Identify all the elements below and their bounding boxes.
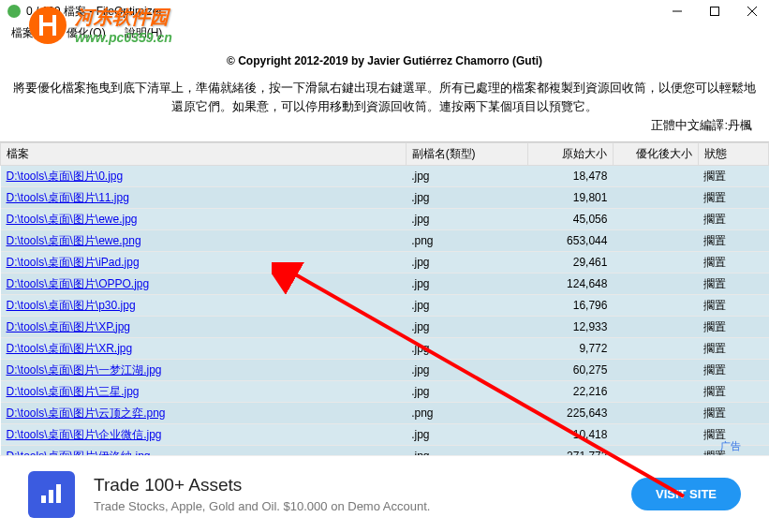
- cell-ext: .jpg: [406, 295, 528, 317]
- cell-optimized: [613, 424, 698, 446]
- cell-status: 擱置: [698, 252, 768, 273]
- cell-optimized: [613, 273, 698, 295]
- table-row[interactable]: D:\tools\桌面\图片\ewe.png.png653,044擱置: [1, 230, 769, 252]
- file-link[interactable]: D:\tools\桌面\图片\三星.jpg: [7, 385, 140, 398]
- cell-ext: .jpg: [406, 317, 528, 338]
- file-link[interactable]: D:\tools\桌面\图片\XP.jpg: [7, 320, 131, 333]
- cell-original: 18,478: [528, 166, 614, 187]
- file-link[interactable]: D:\tools\桌面\图片\0.jpg: [7, 170, 124, 183]
- cell-optimized: [613, 360, 698, 381]
- cell-ext: .jpg: [406, 252, 528, 273]
- maximize-button[interactable]: [705, 2, 724, 21]
- cell-original: 60,275: [528, 360, 614, 381]
- cell-original: 29,461: [528, 252, 614, 273]
- cell-ext: .jpg: [406, 209, 528, 230]
- table-row[interactable]: D:\tools\桌面\图片\OPPO.jpg.jpg124,648擱置: [1, 273, 769, 295]
- table-row[interactable]: D:\tools\桌面\图片\一梦江湖.jpg.jpg60,275擱置: [1, 360, 769, 381]
- cell-status: 擱置: [698, 166, 768, 187]
- file-link[interactable]: D:\tools\桌面\图片\ewe.jpg: [7, 213, 138, 226]
- cell-status: 擱置: [698, 209, 768, 230]
- cell-optimized: [613, 230, 698, 252]
- table-row[interactable]: D:\tools\桌面\图片\0.jpg.jpg18,478擱置: [1, 166, 769, 187]
- cell-status: 擱置: [698, 295, 768, 317]
- copyright-text: © Copyright 2012-2019 by Javier Gutiérre…: [0, 41, 769, 75]
- file-table-container: 檔案 副檔名(類型) 原始大小 優化後大小 狀態 D:\tools\桌面\图片\…: [0, 141, 769, 467]
- cell-original: 19,801: [528, 187, 614, 209]
- cell-status: 擱置: [698, 338, 768, 360]
- cell-status: 擱置: [698, 273, 768, 295]
- cell-optimized: [613, 403, 698, 424]
- cell-optimized: [613, 187, 698, 209]
- table-row[interactable]: D:\tools\桌面\图片\XR.jpg.jpg9,772擱置: [1, 338, 769, 360]
- file-link[interactable]: D:\tools\桌面\图片\XR.jpg: [7, 342, 133, 355]
- file-link[interactable]: D:\tools\桌面\图片\ewe.png: [7, 234, 141, 247]
- header-file[interactable]: 檔案: [1, 143, 407, 166]
- file-link[interactable]: D:\tools\桌面\图片\一梦江湖.jpg: [7, 363, 162, 377]
- cell-status: 擱置: [698, 317, 768, 338]
- cell-original: 22,216: [528, 381, 614, 403]
- cell-status: 擱置: [698, 187, 768, 209]
- table-row[interactable]: D:\tools\桌面\图片\ewe.jpg.jpg45,056擱置: [1, 209, 769, 230]
- instructions-text: 將要優化檔案拖曳到底下清單上，準備就緒後，按一下滑鼠右鍵出現右鍵選單。所有已處理…: [0, 75, 769, 117]
- table-row[interactable]: D:\tools\桌面\图片\云顶之弈.png.png225,643擱置: [1, 403, 769, 424]
- table-row[interactable]: D:\tools\桌面\图片\11.jpg.jpg19,801擱置: [1, 187, 769, 209]
- cell-optimized: [613, 338, 698, 360]
- cell-original: 124,648: [528, 273, 614, 295]
- cell-ext: .jpg: [406, 187, 528, 209]
- table-row[interactable]: D:\tools\桌面\图片\p30.jpg.jpg16,796擱置: [1, 295, 769, 317]
- header-original[interactable]: 原始大小: [528, 143, 614, 166]
- ad-banner: 广告 Trade 100+ Assets Trade Stocks, Apple…: [0, 455, 769, 532]
- file-table: 檔案 副檔名(類型) 原始大小 優化後大小 狀態 D:\tools\桌面\图片\…: [0, 142, 769, 467]
- cell-ext: .jpg: [406, 360, 528, 381]
- cell-original: 16,796: [528, 295, 614, 317]
- app-icon: [7, 5, 21, 18]
- cell-status: 擱置: [698, 360, 768, 381]
- file-link[interactable]: D:\tools\桌面\图片\11.jpg: [7, 191, 129, 204]
- cell-original: 10,418: [528, 424, 614, 446]
- ad-title: Trade 100+ Assets: [94, 475, 631, 495]
- cell-optimized: [613, 252, 698, 273]
- cell-optimized: [613, 209, 698, 230]
- cell-original: 12,933: [528, 317, 614, 338]
- window-title: 0 / 109 檔案 - FileOptimizer: [26, 4, 162, 20]
- cell-ext: .jpg: [406, 381, 528, 403]
- ad-subtitle: Trade Stocks, Apple, Gold and Oil. $10.0…: [94, 499, 631, 513]
- header-status[interactable]: 狀態: [698, 143, 768, 166]
- cell-status: 擱置: [698, 381, 768, 403]
- cell-ext: .jpg: [406, 338, 528, 360]
- menu-optimize[interactable]: 優化(O): [59, 24, 112, 39]
- menu-file[interactable]: 檔案(F): [4, 24, 55, 39]
- minimize-button[interactable]: [668, 2, 687, 21]
- menubar: 檔案(F) 優化(O) 說明(H): [0, 22, 769, 41]
- cell-optimized: [613, 381, 698, 403]
- close-button[interactable]: [743, 2, 762, 21]
- svg-rect-7: [49, 490, 53, 503]
- credits-text: 正體中文編譯:丹楓: [0, 117, 769, 141]
- cell-ext: .jpg: [406, 166, 528, 187]
- cell-original: 9,772: [528, 338, 614, 360]
- cell-optimized: [613, 295, 698, 317]
- cell-original: 45,056: [528, 209, 614, 230]
- cell-ext: .png: [406, 230, 528, 252]
- table-row[interactable]: D:\tools\桌面\图片\iPad.jpg.jpg29,461擱置: [1, 252, 769, 273]
- cell-optimized: [613, 317, 698, 338]
- file-link[interactable]: D:\tools\桌面\图片\企业微信.jpg: [7, 428, 162, 441]
- ad-logo-icon: [28, 471, 75, 518]
- cell-status: 擱置: [698, 403, 768, 424]
- menu-help[interactable]: 說明(H): [117, 24, 170, 39]
- titlebar: 0 / 109 檔案 - FileOptimizer: [0, 0, 769, 22]
- cell-ext: .jpg: [406, 424, 528, 446]
- file-link[interactable]: D:\tools\桌面\图片\iPad.jpg: [7, 256, 140, 269]
- file-link[interactable]: D:\tools\桌面\图片\云顶之弈.png: [7, 406, 166, 420]
- table-row[interactable]: D:\tools\桌面\图片\三星.jpg.jpg22,216擱置: [1, 381, 769, 403]
- file-link[interactable]: D:\tools\桌面\图片\p30.jpg: [7, 299, 136, 312]
- header-optimized[interactable]: 優化後大小: [613, 143, 698, 166]
- ad-cta-button[interactable]: VISIT SITE: [631, 478, 741, 510]
- header-ext[interactable]: 副檔名(類型): [406, 143, 528, 166]
- svg-rect-8: [56, 484, 61, 503]
- file-link[interactable]: D:\tools\桌面\图片\OPPO.jpg: [7, 277, 150, 290]
- table-row[interactable]: D:\tools\桌面\图片\企业微信.jpg.jpg10,418擱置: [1, 424, 769, 446]
- table-row[interactable]: D:\tools\桌面\图片\XP.jpg.jpg12,933擱置: [1, 317, 769, 338]
- cell-optimized: [613, 166, 698, 187]
- cell-original: 653,044: [528, 230, 614, 252]
